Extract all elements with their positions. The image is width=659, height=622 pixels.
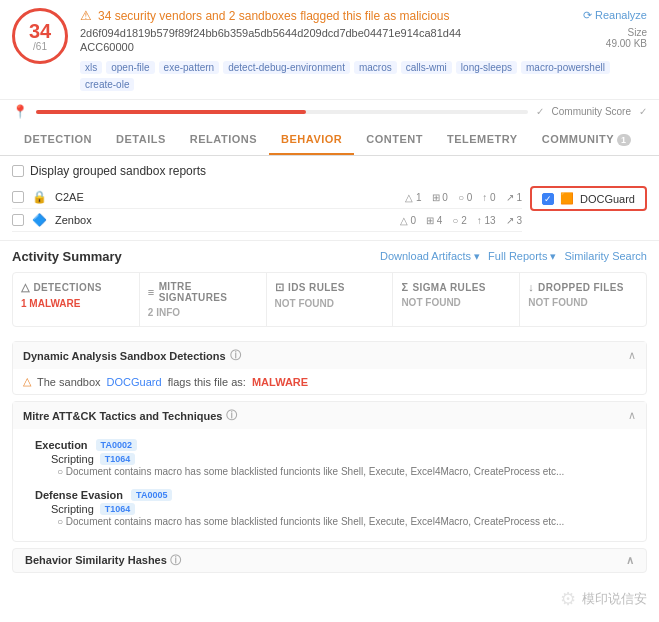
metric-value: 2 INFO <box>148 307 258 318</box>
technique-badge[interactable]: T1064 <box>100 503 136 515</box>
tactic-block-execution: ExecutionTA0002ScriptingT1064○ Document … <box>23 435 636 485</box>
mitre-header[interactable]: Mitre ATT&CK Tactics and Techniques ⓘ ∧ <box>13 402 646 429</box>
check-icon-left: ✓ <box>536 106 544 117</box>
tab-behavior[interactable]: BEHAVIOR <box>269 125 354 155</box>
sandbox-checkbox-zenbox[interactable] <box>12 214 24 226</box>
mitre-section: Mitre ATT&CK Tactics and Techniques ⓘ ∧ … <box>12 401 647 542</box>
mitre-chevron: ∧ <box>628 409 636 422</box>
nav-tabs: DETECTIONDETAILSRELATIONSBEHAVIORCONTENT… <box>0 125 659 156</box>
similarity-search-btn[interactable]: Similarity Search <box>564 250 647 263</box>
metric-header: ≡Mitre Signatures <box>148 281 258 303</box>
gauge-bar <box>36 110 528 114</box>
metric-icon: ↓ <box>528 281 534 293</box>
sandbox-right: ✓ 🟧 DOCGuard <box>530 186 647 211</box>
metric-sigma-rules: ΣSigma RulesNOT FOUND <box>393 273 520 326</box>
size-label: Size <box>606 27 647 38</box>
technique-row: ScriptingT1064 <box>51 503 624 515</box>
tab-badge-community: 1 <box>617 134 631 146</box>
tab-community[interactable]: COMMUNITY1 <box>530 125 643 155</box>
dynamic-analysis-body: △ The sandbox DOCGuard flags this file a… <box>13 369 646 394</box>
grouped-row: Display grouped sandbox reports <box>12 164 647 178</box>
sandbox-section: Display grouped sandbox reports 🔒C2AE△ 1… <box>0 156 659 240</box>
alert-icon: ⚠ <box>80 8 92 23</box>
tag-detect-debug-environment[interactable]: detect-debug-environment <box>223 61 350 74</box>
stat-item: ○ 2 <box>452 215 466 226</box>
metric-value: NOT FOUND <box>401 297 511 308</box>
pin-icon: 📍 <box>12 104 28 119</box>
flag-as-text: flags this file as: <box>168 376 246 388</box>
tag-macros[interactable]: macros <box>354 61 397 74</box>
sandbox-item-zenbox[interactable]: 🔷Zenbox△ 0⊞ 4○ 2↑ 13↗ 3 <box>12 209 522 232</box>
metric-icon: △ <box>21 281 29 294</box>
stat-item: ↑ 0 <box>482 192 495 203</box>
tag-exe-pattern[interactable]: exe-pattern <box>159 61 220 74</box>
check-icon-right: ✓ <box>639 106 647 117</box>
behavior-similarity-chevron: ∧ <box>626 554 634 567</box>
malware-alert: △ The sandbox DOCGuard flags this file a… <box>23 375 636 388</box>
sandbox-checkbox-c2ae[interactable] <box>12 191 24 203</box>
metric-icon: ≡ <box>148 286 155 298</box>
reanalyze-button[interactable]: ⟳ Reanalyze <box>583 9 647 22</box>
tactic-name: Defense Evasion <box>35 489 123 501</box>
mitre-info-icon[interactable]: ⓘ <box>226 408 237 423</box>
behavior-similarity-section: Behavior Similarity Hashes ⓘ ∧ <box>12 548 647 573</box>
grouped-label: Display grouped sandbox reports <box>30 164 206 178</box>
metric-header: △Detections <box>21 281 131 294</box>
tab-relations[interactable]: RELATIONS <box>178 125 269 155</box>
docguard-box[interactable]: ✓ 🟧 DOCGuard <box>530 186 647 211</box>
metric-header: ↓Dropped Files <box>528 281 638 293</box>
technique-badge[interactable]: T1064 <box>100 453 136 465</box>
activity-actions: Download Artifacts ▾ Full Reports ▾ Simi… <box>380 250 647 263</box>
metric-label: Detections <box>33 282 101 293</box>
metric-header: ΣSigma Rules <box>401 281 511 293</box>
mitre-body: ExecutionTA0002ScriptingT1064○ Document … <box>13 429 646 541</box>
sandbox-icon-zenbox: 🔷 <box>32 213 47 227</box>
stat-item: ○ 0 <box>458 192 472 203</box>
sandbox-stats-zenbox: △ 0⊞ 4○ 2↑ 13↗ 3 <box>400 215 522 226</box>
metric-dropped-files: ↓Dropped FilesNOT FOUND <box>520 273 646 326</box>
malware-alert-icon: △ <box>23 375 31 388</box>
full-reports-btn[interactable]: Full Reports ▾ <box>488 250 556 263</box>
metric-value: 1 MALWARE <box>21 298 131 309</box>
metric-icon: Σ <box>401 281 408 293</box>
header-info-row: 2d6f094d1819b579f89f24bb6b359a5db5644d20… <box>80 27 647 57</box>
metric-ids-rules: ⊡IDS RulesNOT FOUND <box>267 273 394 326</box>
tag-create-ole[interactable]: create-ole <box>80 78 134 91</box>
tag-macro-powershell[interactable]: macro-powershell <box>521 61 610 74</box>
metric-header: ⊡IDS Rules <box>275 281 385 294</box>
tactic-badge[interactable]: TA0002 <box>96 439 137 451</box>
malware-label: MALWARE <box>252 376 308 388</box>
tab-detection[interactable]: DETECTION <box>12 125 104 155</box>
behavior-similarity-info-icon[interactable]: ⓘ <box>170 554 181 566</box>
tag-xls[interactable]: xls <box>80 61 102 74</box>
tab-content[interactable]: CONTENT <box>354 125 435 155</box>
metric-label: Mitre Signatures <box>159 281 258 303</box>
dynamic-analysis-chevron: ∧ <box>628 349 636 362</box>
sandbox-item-c2ae[interactable]: 🔒C2AE△ 1⊞ 0○ 0↑ 0↗ 1 <box>12 186 522 209</box>
grouped-checkbox[interactable] <box>12 165 24 177</box>
metrics-row: △Detections1 MALWARE≡Mitre Signatures2 I… <box>12 272 647 327</box>
tab-telemetry[interactable]: TELEMETRY <box>435 125 530 155</box>
tag-open-file[interactable]: open-file <box>106 61 154 74</box>
tactic-badge[interactable]: TA0005 <box>131 489 172 501</box>
check-mark: ✓ <box>543 194 553 204</box>
tab-details[interactable]: DETAILS <box>104 125 178 155</box>
metric-value: NOT FOUND <box>275 298 385 309</box>
dynamic-analysis-section: Dynamic Analysis Sandbox Detections ⓘ ∧ … <box>12 341 647 395</box>
docguard-checkbox[interactable]: ✓ <box>542 193 554 205</box>
dynamic-analysis-info-icon[interactable]: ⓘ <box>230 348 241 363</box>
tag-calls-wmi[interactable]: calls-wmi <box>401 61 452 74</box>
sandbox-name-c2ae: C2AE <box>55 191 397 203</box>
dynamic-analysis-title-text: Dynamic Analysis Sandbox Detections <box>23 350 226 362</box>
tags-row: xlsopen-fileexe-patterndetect-debug-envi… <box>80 61 647 91</box>
mitre-title-text: Mitre ATT&CK Tactics and Techniques <box>23 410 222 422</box>
dynamic-analysis-header[interactable]: Dynamic Analysis Sandbox Detections ⓘ ∧ <box>13 342 646 369</box>
metric-detections: △Detections1 MALWARE <box>13 273 140 326</box>
technique-row: ScriptingT1064 <box>51 453 624 465</box>
metric-icon: ⊡ <box>275 281 284 294</box>
file-hash: 2d6f094d1819b579f89f24bb6b359a5db5644d20… <box>80 27 461 39</box>
download-artifacts-btn[interactable]: Download Artifacts ▾ <box>380 250 480 263</box>
tag-long-sleeps[interactable]: long-sleeps <box>456 61 517 74</box>
sandbox-link[interactable]: DOCGuard <box>107 376 162 388</box>
sandbox-icon-c2ae: 🔒 <box>32 190 47 204</box>
